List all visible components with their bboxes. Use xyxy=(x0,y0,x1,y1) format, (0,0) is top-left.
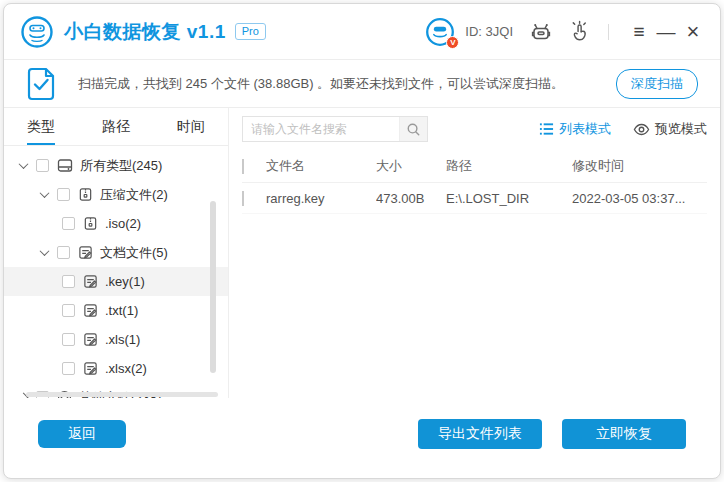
tree-item-key[interactable]: .key(1) xyxy=(4,267,228,296)
file-name: rarreg.key xyxy=(266,191,376,206)
column-header-path[interactable]: 路径 xyxy=(446,157,572,175)
file-list-panel: 列表模式 预览模式 文件名 大小 路径 修改时间 xyxy=(229,108,720,398)
drive-icon xyxy=(57,158,73,173)
main-content: 类型 路径 时间 所有类型(245) xyxy=(4,108,720,398)
scan-complete-icon xyxy=(26,67,56,101)
chevron-down-icon[interactable] xyxy=(19,159,29,169)
close-button[interactable]: × xyxy=(682,21,704,43)
app-title: 小白数据恢复 v1.1 xyxy=(64,19,226,45)
app-window: 小白数据恢复 v1.1 Pro V ID: 3JQI xyxy=(3,3,721,479)
column-header-name[interactable]: 文件名 xyxy=(266,157,376,175)
tree-item-iso[interactable]: .iso(2) xyxy=(4,209,228,238)
tree-item-label: .xlsx(2) xyxy=(105,361,147,376)
tab-type[interactable]: 类型 xyxy=(4,108,79,145)
back-button[interactable]: 返回 xyxy=(38,420,126,448)
tree-item-label: 文档文件(5) xyxy=(100,244,168,262)
list-mode-toggle[interactable]: 列表模式 xyxy=(539,120,611,138)
title-bar: 小白数据恢复 v1.1 Pro V ID: 3JQI xyxy=(4,4,720,60)
column-header-modified[interactable]: 修改时间 xyxy=(572,157,707,175)
tree-item-archives[interactable]: 压缩文件(2) xyxy=(4,180,228,209)
tree-item-xls[interactable]: .xls(1) xyxy=(4,325,228,354)
checkbox[interactable] xyxy=(62,333,75,346)
row-checkbox[interactable] xyxy=(242,191,244,206)
minimize-button[interactable]: — xyxy=(655,21,677,43)
archive-file-icon xyxy=(83,216,98,231)
tree-item-label: 所有类型(245) xyxy=(80,157,162,175)
tree-item-label: .xls(1) xyxy=(105,332,140,347)
column-header-size[interactable]: 大小 xyxy=(376,157,446,175)
filter-tabs: 类型 路径 时间 xyxy=(4,108,228,146)
search-input[interactable] xyxy=(243,117,399,141)
user-id-label: ID: 3JQI xyxy=(465,24,513,39)
document-file-icon xyxy=(78,245,93,260)
table-header-row: 文件名 大小 路径 修改时间 xyxy=(242,150,707,183)
user-avatar[interactable]: V xyxy=(425,17,455,47)
document-file-icon xyxy=(83,332,98,347)
tab-time[interactable]: 时间 xyxy=(153,108,228,145)
file-modified: 2022-03-05 03:37... xyxy=(572,191,707,206)
filter-sidebar: 类型 路径 时间 所有类型(245) xyxy=(4,108,229,398)
chevron-down-icon[interactable] xyxy=(40,246,50,256)
robot-service-icon[interactable] xyxy=(529,20,553,44)
search-box xyxy=(242,116,428,142)
archive-file-icon xyxy=(78,187,93,202)
tree-item-label: .iso(2) xyxy=(105,216,141,231)
preview-mode-label: 预览模式 xyxy=(655,120,707,138)
tree-vertical-scrollbar[interactable] xyxy=(210,201,216,373)
tree-item-label: 压缩文件(2) xyxy=(100,186,168,204)
footer-bar: 返回 导出文件列表 立即恢复 xyxy=(4,398,720,478)
recover-now-button[interactable]: 立即恢复 xyxy=(562,419,686,449)
file-size: 473.00B xyxy=(376,191,446,206)
checkbox[interactable] xyxy=(57,188,70,201)
eye-icon xyxy=(633,123,650,136)
file-type-tree: 所有类型(245) 压缩文件(2) xyxy=(4,146,228,398)
checkbox[interactable] xyxy=(36,159,49,172)
checkbox[interactable] xyxy=(62,275,75,288)
document-file-icon xyxy=(83,303,98,318)
app-logo-icon xyxy=(20,15,54,49)
tree-item-documents[interactable]: 文档文件(5) xyxy=(4,238,228,267)
tree-item-xlsx[interactable]: .xlsx(2) xyxy=(4,354,228,383)
tree-item-label: .txt(1) xyxy=(105,303,138,318)
pro-badge: Pro xyxy=(235,23,266,40)
tree-horizontal-scrollbar[interactable] xyxy=(26,392,218,397)
checkbox[interactable] xyxy=(57,246,70,259)
checkbox[interactable] xyxy=(62,362,75,375)
search-icon[interactable] xyxy=(399,117,427,141)
file-table: 文件名 大小 路径 修改时间 rarreg.key 473.00B E:\.LO… xyxy=(229,150,720,398)
deep-scan-button[interactable]: 深度扫描 xyxy=(616,69,698,99)
export-file-list-button[interactable]: 导出文件列表 xyxy=(418,419,542,449)
chevron-down-icon[interactable] xyxy=(40,188,50,198)
scan-status-bar: 扫描完成，共找到 245 个文件 (38.88GB) 。如要还未找到文件，可以尝… xyxy=(4,60,720,108)
checkbox[interactable] xyxy=(62,304,75,317)
preview-mode-toggle[interactable]: 预览模式 xyxy=(633,120,707,138)
tree-item-txt[interactable]: .txt(1) xyxy=(4,296,228,325)
list-toolbar: 列表模式 预览模式 xyxy=(229,108,720,150)
list-mode-label: 列表模式 xyxy=(559,120,611,138)
titlebar-divider xyxy=(608,24,609,40)
document-file-icon xyxy=(83,274,98,289)
scan-status-text: 扫描完成，共找到 245 个文件 (38.88GB) 。如要还未找到文件，可以尝… xyxy=(78,75,616,93)
vip-badge: V xyxy=(446,36,459,49)
document-file-icon xyxy=(83,361,98,376)
tree-item-label: .key(1) xyxy=(105,274,145,289)
table-row[interactable]: rarreg.key 473.00B E:\.LOST_DIR 2022-03-… xyxy=(242,183,707,214)
menu-button[interactable]: ≡ xyxy=(628,21,650,43)
list-mode-icon xyxy=(539,122,554,136)
tree-item-all-types[interactable]: 所有类型(245) xyxy=(4,151,228,180)
hand-click-icon[interactable] xyxy=(568,20,591,43)
checkbox[interactable] xyxy=(62,217,75,230)
select-all-checkbox[interactable] xyxy=(242,159,244,174)
tab-path[interactable]: 路径 xyxy=(79,108,154,145)
file-path: E:\.LOST_DIR xyxy=(446,191,572,206)
